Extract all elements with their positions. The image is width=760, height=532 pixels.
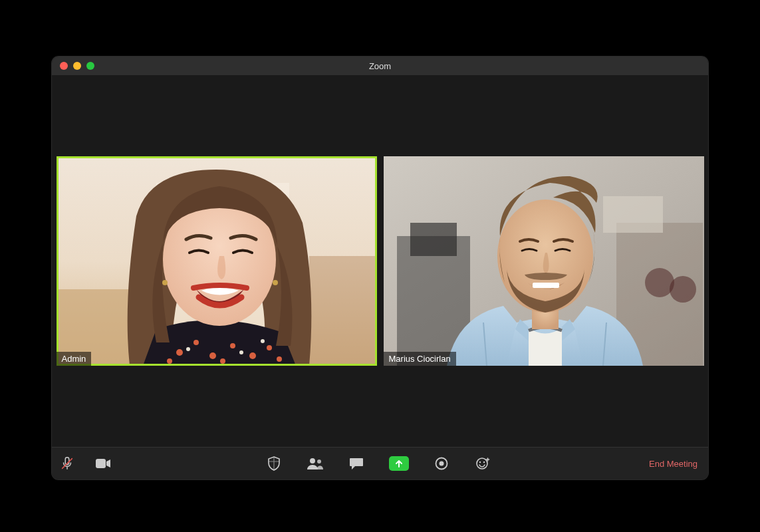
reactions-smiley-icon — [475, 456, 490, 471]
svg-point-17 — [162, 280, 168, 285]
svg-point-18 — [273, 280, 278, 285]
video-button[interactable] — [94, 455, 112, 472]
mute-button[interactable] — [59, 455, 76, 472]
titlebar: Zoom — [52, 57, 708, 75]
share-arrow-up-icon — [394, 459, 404, 468]
svg-point-8 — [249, 352, 256, 359]
svg-point-10 — [167, 358, 172, 364]
svg-point-14 — [239, 350, 243, 354]
close-window-button[interactable] — [60, 62, 68, 70]
participant-video — [57, 156, 377, 366]
svg-point-36 — [440, 462, 444, 466]
svg-point-24 — [670, 276, 696, 303]
svg-rect-32 — [96, 459, 106, 468]
participant-video — [384, 156, 704, 366]
participants-icon — [307, 457, 324, 470]
end-meeting-button[interactable]: End Meeting — [645, 456, 701, 471]
share-screen-button[interactable] — [389, 456, 409, 471]
svg-point-15 — [261, 339, 265, 343]
svg-point-12 — [277, 356, 282, 362]
window-controls — [52, 62, 94, 70]
svg-rect-30 — [533, 283, 559, 288]
svg-point-34 — [317, 460, 321, 464]
record-button[interactable] — [433, 455, 450, 472]
svg-point-33 — [310, 458, 315, 464]
svg-point-13 — [186, 347, 190, 351]
participant-name-label: Marius Ciocirlan — [384, 352, 456, 366]
svg-point-39 — [483, 462, 485, 463]
record-icon — [435, 457, 448, 470]
svg-rect-25 — [603, 196, 663, 233]
svg-point-11 — [220, 358, 225, 364]
svg-point-9 — [267, 345, 272, 350]
shield-icon — [267, 456, 281, 471]
svg-point-7 — [230, 343, 235, 348]
svg-point-5 — [193, 340, 199, 345]
app-window: Zoom — [52, 57, 708, 479]
reactions-button[interactable] — [474, 455, 491, 472]
svg-rect-21 — [410, 223, 457, 256]
svg-point-38 — [479, 462, 481, 463]
fullscreen-window-button[interactable] — [86, 62, 94, 70]
svg-rect-2 — [309, 256, 377, 366]
svg-point-4 — [176, 349, 183, 356]
svg-point-23 — [645, 268, 674, 297]
chat-button[interactable] — [348, 455, 365, 472]
meeting-toolbar: End Meeting — [52, 447, 708, 479]
svg-point-6 — [209, 352, 216, 359]
minimize-window-button[interactable] — [73, 62, 81, 70]
video-tile[interactable]: Marius Ciocirlan — [384, 156, 704, 366]
participants-button[interactable] — [307, 455, 324, 472]
security-button[interactable] — [265, 455, 283, 472]
window-title: Zoom — [52, 61, 708, 71]
video-tile[interactable]: Admin — [57, 156, 377, 366]
chat-icon — [349, 457, 364, 470]
video-camera-icon — [95, 458, 111, 469]
participant-name-label: Admin — [57, 352, 92, 366]
microphone-muted-icon — [60, 456, 74, 471]
video-grid: Admin — [52, 75, 708, 447]
